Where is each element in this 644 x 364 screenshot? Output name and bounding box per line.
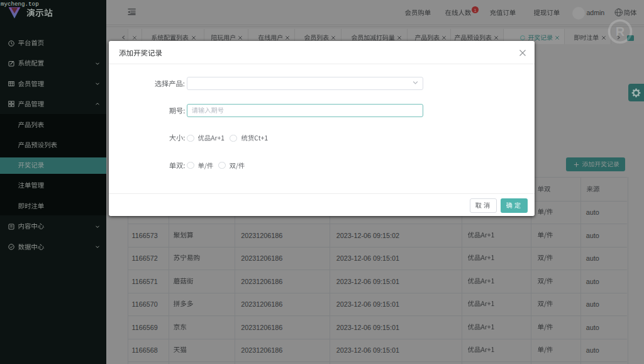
svg-text:R: R [616,25,625,38]
